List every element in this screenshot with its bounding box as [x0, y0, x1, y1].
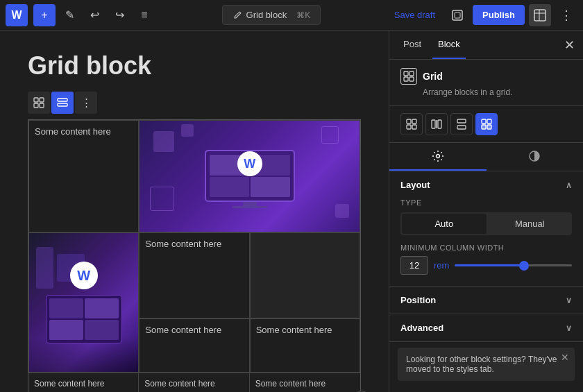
- type-label: TYPE: [400, 198, 572, 207]
- settings-button[interactable]: [529, 4, 551, 26]
- layout-section-header[interactable]: Layout ∧: [389, 171, 583, 198]
- grid-cell-3[interactable]: W: [28, 232, 139, 373]
- cell-text-6: Some content here: [145, 325, 221, 335]
- page-title: Grid block: [28, 51, 361, 80]
- tools-button[interactable]: ✎: [58, 4, 81, 26]
- svg-rect-12: [409, 71, 414, 76]
- view-button[interactable]: [446, 4, 468, 26]
- row-view-button[interactable]: [51, 92, 74, 114]
- svg-rect-17: [407, 125, 411, 129]
- toolbar-center: Grid block ⌘K: [158, 5, 385, 25]
- block-toolbar: ⋮: [28, 92, 361, 114]
- format-grid-icon: [406, 119, 417, 130]
- grid-cell-5[interactable]: [250, 232, 360, 318]
- sidebar-close-button[interactable]: ✕: [564, 37, 575, 53]
- publish-button[interactable]: Publish: [473, 5, 525, 25]
- wp-logo[interactable]: W: [6, 4, 28, 26]
- col-width-control: 12 rem: [400, 256, 572, 275]
- col-width-input[interactable]: 12: [400, 256, 428, 275]
- advanced-section-header[interactable]: Advanced ∨: [389, 314, 583, 341]
- settings-icon: [534, 9, 546, 22]
- main-toolbar: W + ✎ ↩ ↪ ≡ Grid block ⌘K Save draft Pub…: [0, 0, 583, 31]
- position-section: Position ∨: [389, 287, 583, 314]
- grid-view-button[interactable]: [28, 92, 50, 114]
- svg-rect-0: [453, 10, 462, 20]
- format-icon-4[interactable]: [475, 113, 498, 135]
- wp-image-1: W: [140, 121, 360, 232]
- cell-text-7: Some content here: [256, 325, 332, 335]
- svg-rect-25: [487, 119, 491, 123]
- svg-rect-27: [487, 125, 491, 129]
- list-view-button[interactable]: ≡: [133, 4, 155, 26]
- format-row-icon: [456, 119, 467, 130]
- block-more-button[interactable]: ⋮: [75, 92, 97, 114]
- undo-button[interactable]: ↩: [83, 4, 105, 26]
- col-width-slider[interactable]: [455, 264, 572, 266]
- grid-block-icon: [403, 71, 414, 82]
- col-width-unit[interactable]: rem: [434, 260, 449, 271]
- grid-cell-4[interactable]: Some content here: [139, 232, 249, 318]
- settings-tab-icon: [432, 150, 444, 162]
- block-description: Arrange blocks in a grid.: [423, 87, 572, 97]
- grid-cell-2[interactable]: W: [139, 120, 360, 232]
- svg-rect-1: [455, 12, 460, 18]
- sidebar: Post Block ✕ Grid Arrange blocks in a gr…: [389, 31, 583, 392]
- layout-chevron-icon: ∧: [566, 180, 572, 190]
- tip-box: Looking for other block settings? They'v…: [398, 348, 575, 381]
- grid-cell-bottom-2[interactable]: Some content here: [139, 373, 249, 392]
- svg-rect-5: [34, 98, 38, 102]
- redo-button[interactable]: ↪: [108, 4, 130, 26]
- svg-rect-8: [40, 103, 44, 108]
- tab-block[interactable]: Block: [432, 31, 466, 59]
- position-section-header[interactable]: Position ∨: [389, 287, 583, 314]
- format-full-icon: [481, 119, 492, 130]
- block-name-display[interactable]: Grid block ⌘K: [222, 5, 321, 25]
- cell-text-4: Some content here: [145, 239, 221, 249]
- svg-rect-10: [58, 103, 67, 106]
- grid-cell-bottom-3[interactable]: Some content here: [250, 373, 360, 392]
- min-col-label: MINIMUM COLUMN WIDTH: [400, 244, 572, 252]
- tip-text: Looking for other block settings? They'v…: [406, 355, 566, 374]
- block-info-header: Grid: [400, 68, 572, 85]
- tip-close-button[interactable]: ✕: [561, 352, 569, 363]
- manual-type-button[interactable]: Manual: [488, 212, 573, 235]
- cell-text-b3: Some content here: [255, 379, 326, 389]
- cell-text-1: Some content here: [35, 126, 111, 137]
- more-options-button[interactable]: ⋮: [555, 4, 577, 26]
- grid-cell-7[interactable]: Some content here: [250, 318, 360, 373]
- save-draft-button[interactable]: Save draft: [387, 6, 442, 24]
- svg-rect-7: [34, 103, 38, 108]
- svg-rect-6: [40, 98, 44, 102]
- format-icon-2[interactable]: [425, 113, 448, 135]
- svg-rect-9: [58, 99, 67, 101]
- format-icon-1[interactable]: [400, 113, 423, 135]
- svg-rect-11: [404, 71, 408, 76]
- format-icon-3[interactable]: [450, 113, 473, 135]
- block-info: Grid Arrange blocks in a grid.: [389, 60, 583, 106]
- auto-type-button[interactable]: Auto: [402, 214, 487, 234]
- cell-text-b1: Some content here: [34, 379, 104, 389]
- svg-rect-18: [412, 125, 416, 129]
- grid-icon: [33, 97, 44, 108]
- wp-image-2: W: [29, 233, 138, 372]
- wp-logo-badge: W: [237, 151, 262, 176]
- grid-block[interactable]: Some content here W: [28, 119, 361, 392]
- tab-post[interactable]: Post: [398, 31, 427, 59]
- svg-rect-14: [409, 77, 414, 81]
- grid-cell-bottom-1[interactable]: Some content here: [28, 373, 139, 392]
- type-toggle: Auto Manual: [400, 212, 572, 235]
- grid-cell-6[interactable]: Some content here: [139, 318, 249, 373]
- svg-point-28: [436, 155, 439, 158]
- grid-cell-1[interactable]: Some content here: [28, 120, 139, 232]
- settings-tab[interactable]: [389, 143, 487, 171]
- svg-rect-23: [457, 126, 466, 129]
- svg-rect-24: [482, 119, 486, 123]
- svg-rect-20: [432, 120, 435, 128]
- sidebar-view-tabs: [389, 143, 583, 171]
- svg-rect-22: [457, 119, 466, 123]
- row-icon: [57, 97, 68, 108]
- add-block-button[interactable]: +: [33, 4, 56, 26]
- styles-tab[interactable]: [487, 143, 584, 171]
- editor[interactable]: Grid block ⋮: [0, 31, 389, 392]
- svg-rect-13: [404, 77, 408, 81]
